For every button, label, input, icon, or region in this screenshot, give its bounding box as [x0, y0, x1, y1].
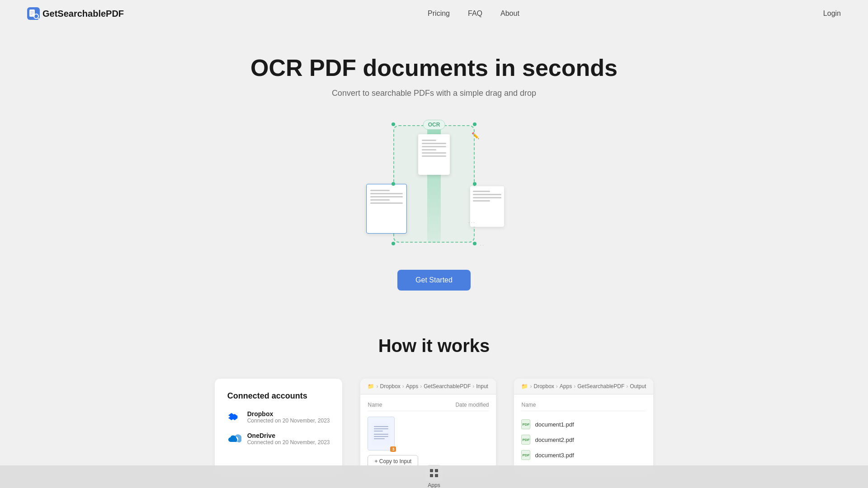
- how-cards: Connected accounts Dropbox Connected on …: [27, 379, 841, 475]
- doc-line: [370, 193, 403, 194]
- out-path-output: Output: [630, 383, 646, 389]
- get-started-button[interactable]: Get Started: [397, 270, 471, 291]
- hero-illustration: OCR ✏️: [348, 116, 520, 252]
- folder-icon-input: 📁: [368, 383, 374, 389]
- col-name: Name: [368, 402, 382, 408]
- taskbar: Apps: [0, 465, 868, 488]
- hero-title: OCR PDF documents in seconds: [9, 54, 859, 81]
- left-document: [366, 184, 407, 234]
- doc-line: [370, 199, 390, 201]
- file-badge: 3: [390, 446, 396, 452]
- doc-line: [422, 143, 446, 144]
- corner-dot-bl: [392, 242, 395, 245]
- doc-line: [370, 196, 403, 197]
- logo[interactable]: GetSearchablePDF: [27, 7, 124, 20]
- doc-line: [370, 202, 403, 204]
- corner-dot-br: [473, 242, 476, 245]
- nav-faq[interactable]: FAQ: [468, 9, 482, 18]
- ocr-badge: OCR: [423, 120, 445, 130]
- svg-rect-2: [30, 11, 34, 12]
- apps-label: Apps: [428, 482, 440, 488]
- doc-line: [370, 190, 390, 191]
- out-col-name: Name: [521, 402, 536, 408]
- output-filename-3: document3.pdf: [535, 452, 574, 459]
- pdf-icon-2: PDF: [521, 435, 530, 445]
- navbar: GetSearchablePDF Pricing FAQ About Login: [0, 0, 868, 27]
- svg-rect-9: [374, 428, 388, 429]
- svg-rect-3: [30, 13, 34, 14]
- logo-icon: [27, 7, 40, 20]
- svg-rect-8: [374, 426, 388, 427]
- doc-line: [422, 149, 436, 150]
- svg-rect-10: [374, 431, 383, 432]
- doc-lines: [473, 191, 501, 202]
- path-dropbox: Dropbox: [380, 383, 400, 389]
- doc-lines: [422, 140, 446, 157]
- login-button[interactable]: Login: [823, 9, 841, 18]
- pdf-icon-3: PDF: [521, 450, 530, 460]
- pdf-icon-1: PDF: [521, 419, 530, 429]
- file-thumbnail: 3: [368, 417, 395, 450]
- dropbox-name: Dropbox: [247, 410, 330, 418]
- svg-rect-16: [430, 474, 433, 477]
- output-path-bar: 📁 › Dropbox › Apps › GetSearchablePDF › …: [514, 379, 653, 394]
- folder-content: Name Date modified: [360, 394, 496, 475]
- out-path-apps: Apps: [560, 383, 572, 389]
- corner-dot-tl: [392, 122, 395, 126]
- hero-subtitle: Convert to searchable PDFs with a simple…: [9, 89, 859, 98]
- dropbox-icon: [227, 410, 242, 424]
- input-path-bar: 📁 › Dropbox › Apps › GetSearchablePDF › …: [360, 379, 496, 394]
- onedrive-name: OneDrive: [247, 432, 330, 439]
- svg-rect-13: [374, 438, 385, 439]
- dropbox-info: Dropbox Connected on 20 November, 2023: [247, 410, 330, 424]
- deco-dots-1: · · ·: [468, 220, 475, 225]
- output-file-1: PDF document1.pdf: [521, 417, 646, 432]
- how-title: How it works: [27, 336, 841, 356]
- hero-section: OCR PDF documents in seconds Convert to …: [0, 27, 868, 309]
- taskbar-apps-item[interactable]: Apps: [426, 465, 442, 488]
- logo-text: GetSearchablePDF: [42, 9, 124, 19]
- output-folder-card: 📁 › Dropbox › Apps › GetSearchablePDF › …: [514, 379, 653, 475]
- col-date: Date modified: [455, 402, 489, 408]
- center-document: [418, 134, 450, 175]
- doc-line: [422, 152, 446, 154]
- folder-header: Name Date modified: [368, 402, 489, 411]
- right-document: [470, 186, 504, 227]
- apps-grid-icon: [426, 465, 442, 481]
- nav-about[interactable]: About: [500, 9, 519, 18]
- corner-dot-tr: [473, 122, 476, 126]
- card1-title: Connected accounts: [227, 391, 330, 401]
- output-header: Name: [521, 402, 646, 411]
- output-file-3: PDF document3.pdf: [521, 447, 646, 463]
- svg-rect-11: [374, 434, 388, 435]
- out-path-dropbox: Dropbox: [533, 383, 554, 389]
- path-apps: Apps: [406, 383, 418, 389]
- onedrive-date: Connected on 20 November, 2023: [247, 439, 330, 446]
- svg-rect-14: [430, 469, 433, 472]
- how-it-works-section: How it works Connected accounts Drop: [0, 309, 868, 488]
- doc-line: [422, 155, 446, 157]
- path-gspdf: GetSearchablePDF: [424, 383, 471, 389]
- doc-line: [473, 191, 490, 192]
- onedrive-icon: [227, 432, 242, 446]
- output-filename-2: document2.pdf: [535, 436, 574, 443]
- doc-lines: [370, 190, 403, 204]
- out-path-gspdf: GetSearchablePDF: [577, 383, 624, 389]
- doc-line: [473, 197, 501, 198]
- output-content: Name PDF document1.pdf PDF document2.pdf…: [514, 394, 653, 470]
- dropbox-date: Connected on 20 November, 2023: [247, 418, 330, 424]
- svg-rect-4: [30, 14, 33, 15]
- doc-line: [473, 200, 490, 202]
- output-filename-1: document1.pdf: [535, 421, 574, 428]
- svg-rect-15: [435, 469, 438, 472]
- deco-dots-2: · ·: [480, 243, 484, 248]
- svg-rect-12: [374, 436, 388, 437]
- corner-dot-ml: [392, 182, 395, 186]
- svg-rect-17: [435, 474, 438, 477]
- doc-line: [473, 194, 501, 195]
- folder-icon-output: 📁: [521, 383, 528, 389]
- output-file-2: PDF document2.pdf: [521, 432, 646, 447]
- file-thumb-svg: [372, 422, 390, 445]
- onedrive-info: OneDrive Connected on 20 November, 2023: [247, 432, 330, 446]
- nav-pricing[interactable]: Pricing: [428, 9, 450, 18]
